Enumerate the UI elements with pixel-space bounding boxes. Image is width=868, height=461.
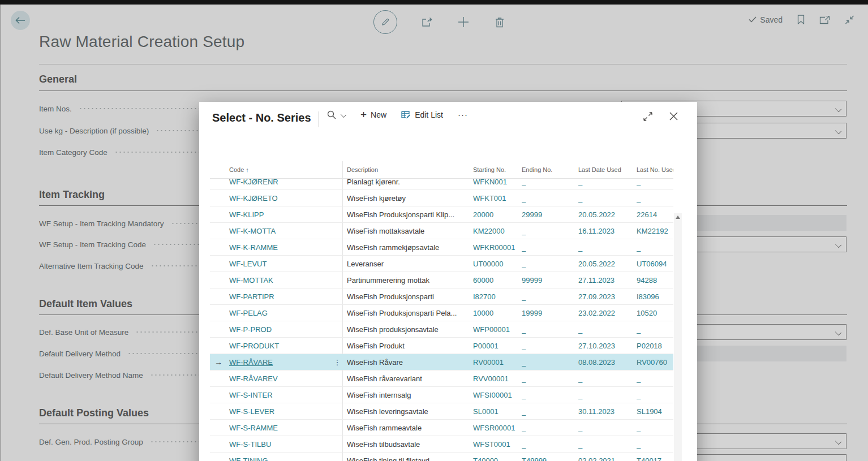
column-header-starting-no[interactable]: Starting No. [473,166,522,173]
last-no-used-cell[interactable]: _ [637,179,673,186]
last-date-used-cell[interactable]: _ [578,374,637,383]
starting-no-cell[interactable]: RVV00001 [473,374,522,383]
code-cell[interactable]: WF-S-LEVER [229,407,330,416]
description-cell[interactable]: WiseFish tilbudsavtale [344,440,473,449]
last-date-used-cell[interactable]: 27.11.2023 [578,276,637,285]
code-cell[interactable]: WF-S-INTER [229,391,330,399]
description-cell[interactable]: WiseFish leveringsavtale [344,407,473,416]
search-button[interactable] [327,110,346,119]
code-cell[interactable]: WF-KJØRETO [229,194,330,203]
table-row[interactable]: WF-S-TILBUWiseFish tilbudsavtaleWFST0001… [210,436,673,453]
ending-no-cell[interactable]: _ [522,358,578,367]
last-date-used-cell[interactable]: 30.11.2023 [578,407,637,416]
description-cell[interactable]: WiseFish internsalg [344,391,473,399]
description-cell[interactable]: WiseFish tining til filetavd. [344,456,473,461]
table-row[interactable]: WF-PARTIPRWiseFish ProduksjonspartiI8270… [210,288,673,305]
description-cell[interactable]: WiseFish Råvare [344,358,473,367]
description-cell[interactable]: Partinummerering mottak [344,276,473,285]
ending-no-cell[interactable]: _ [522,243,578,252]
code-cell[interactable]: WF-PARTIPR [229,292,330,301]
code-cell[interactable]: WF-K-RAMME [229,243,330,252]
table-row[interactable]: WF-K-MOTTAWiseFish mottaksavtaleKM22000_… [210,223,673,239]
last-no-used-cell[interactable]: I83096 [637,292,673,301]
last-no-used-cell[interactable]: _ [637,194,673,203]
column-header-code[interactable]: Code ↑ [229,166,330,173]
ending-no-cell[interactable]: T49999 [522,456,578,461]
ending-no-cell[interactable]: _ [522,194,578,203]
scroll-up-arrow[interactable] [676,216,680,219]
starting-no-cell[interactable]: UT00000 [473,260,522,268]
description-cell[interactable]: WiseFish Produksjonsparti Klip... [344,210,473,219]
starting-no-cell[interactable]: WFKT001 [473,194,522,203]
last-date-used-cell[interactable]: _ [578,424,637,432]
last-date-used-cell[interactable]: 20.05.2022 [578,210,637,219]
last-no-used-cell[interactable]: _ [637,325,673,334]
description-cell[interactable]: Planlagt kjørenr. [344,179,473,186]
ending-no-cell[interactable]: 29999 [522,210,578,219]
description-cell[interactable]: WiseFish Produkt [344,342,473,350]
description-cell[interactable]: WiseFish produksjonsavtale [344,325,473,334]
last-date-used-cell[interactable]: _ [578,391,637,399]
description-cell[interactable]: WiseFish mottaksavtale [344,227,473,235]
starting-no-cell[interactable]: 20000 [473,210,522,219]
starting-no-cell[interactable]: RV00001 [473,358,522,367]
ending-no-cell[interactable]: _ [522,260,578,268]
last-no-used-cell[interactable]: _ [637,440,673,449]
code-cell[interactable]: WF-RÅVAREV [229,374,330,383]
last-date-used-cell[interactable]: 27.10.2023 [578,342,637,350]
table-row[interactable]: WF-KJØRENRPlanlagt kjørenr.WFKN001___ [210,179,673,190]
code-cell[interactable]: WF-S-TILBU [229,440,330,449]
starting-no-cell[interactable]: WFKN001 [473,179,522,186]
ending-no-cell[interactable]: _ [522,227,578,235]
new-action-button[interactable]: + New [360,110,386,119]
ending-no-cell[interactable]: _ [522,374,578,383]
table-row[interactable]: WF-S-INTERWiseFish internsalgWFSI00001__… [210,387,673,403]
last-no-used-cell[interactable]: SL1904 [637,407,673,416]
code-cell[interactable]: WF-S-RAMME [229,424,330,432]
code-cell[interactable]: WF-K-MOTTA [229,227,330,235]
code-cell[interactable]: WF-KJØRENR [229,179,330,186]
code-cell[interactable]: WF-P-PROD [229,325,330,334]
last-no-used-cell[interactable]: 10520 [637,309,673,317]
last-no-used-cell[interactable]: _ [637,243,673,252]
code-cell[interactable]: WF-MOTTAK [229,276,330,285]
table-row[interactable]: WF-RÅVAREVWiseFish råvarevariantRVV00001… [210,370,673,387]
ending-no-cell[interactable]: _ [522,440,578,449]
starting-no-cell[interactable]: SL0001 [473,407,522,416]
ending-no-cell[interactable]: 99999 [522,276,578,285]
table-scrollbar[interactable] [674,213,682,461]
starting-no-cell[interactable]: 10000 [473,309,522,317]
description-cell[interactable]: WiseFish Produksjonsparti [344,292,473,301]
starting-no-cell[interactable]: WFSR00001 [473,424,522,432]
last-date-used-cell[interactable]: _ [578,440,637,449]
starting-no-cell[interactable]: WFSI00001 [473,391,522,399]
table-row[interactable]: WF-KLIPPWiseFish Produksjonsparti Klip..… [210,206,673,223]
starting-no-cell[interactable]: WFKR00001 [473,243,522,252]
code-cell[interactable]: WF-PELAG [229,309,330,317]
last-date-used-cell[interactable]: _ [578,325,637,334]
ending-no-cell[interactable]: _ [522,179,578,186]
last-date-used-cell[interactable]: _ [578,179,637,186]
last-no-used-cell[interactable]: _ [637,374,673,383]
column-header-last-date-used[interactable]: Last Date Used [578,166,637,173]
last-no-used-cell[interactable]: 22614 [637,210,673,219]
last-no-used-cell[interactable]: KM22192 [637,227,673,235]
last-date-used-cell[interactable]: 08.08.2023 [578,358,637,367]
code-cell[interactable]: WF-PRODUKT [229,342,330,350]
table-row[interactable]: WF-MOTTAKPartinummerering mottak60000999… [210,272,673,288]
last-date-used-cell[interactable]: _ [578,243,637,252]
description-cell[interactable]: WiseFish Produksjonsparti Pela... [344,309,473,317]
close-dialog-button[interactable] [669,112,678,121]
last-no-used-cell[interactable]: P02018 [637,342,673,350]
table-row[interactable]: WF-S-LEVERWiseFish leveringsavtaleSL0001… [210,403,673,420]
table-row[interactable]: WF-TININGWiseFish tining til filetavd.T4… [210,453,673,461]
table-row[interactable]: WF-PRODUKTWiseFish ProduktP00001_27.10.2… [210,338,673,354]
code-cell[interactable]: WF-KLIPP [229,210,330,219]
ending-no-cell[interactable]: _ [522,424,578,432]
last-no-used-cell[interactable]: UT06094 [637,260,673,268]
description-cell[interactable]: WiseFish råvarevariant [344,374,473,383]
code-cell[interactable]: WF-LEVUT [229,260,330,268]
code-cell[interactable]: WF-TINING [229,456,330,461]
last-no-used-cell[interactable]: RV00760 [637,358,673,367]
ending-no-cell[interactable]: _ [522,292,578,301]
